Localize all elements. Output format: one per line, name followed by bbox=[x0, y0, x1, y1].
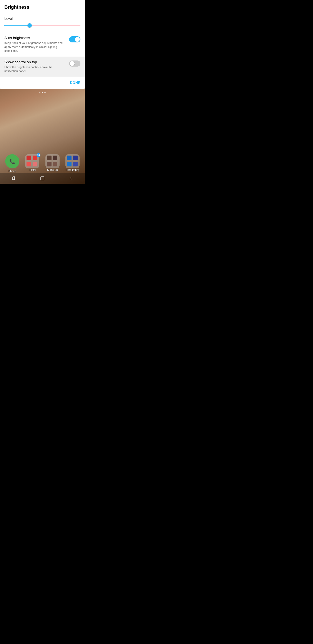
slider-track-left bbox=[4, 25, 29, 26]
show-control-row: Show control on top Show the brightness … bbox=[0, 56, 85, 76]
dock: 📞 Phone 24 Postal Surf's Up bbox=[0, 154, 85, 173]
surfsup-label: Surf's Up bbox=[47, 168, 58, 172]
postal-label: Postal bbox=[29, 168, 36, 172]
dock-pictography[interactable]: Pictography bbox=[64, 154, 81, 172]
brightness-panel: Brightness Level Auto brightness Keep tr… bbox=[0, 0, 85, 89]
dock-postal[interactable]: 24 Postal bbox=[24, 154, 41, 172]
show-control-toggle-thumb bbox=[70, 61, 74, 66]
pictography-folder-icon bbox=[65, 154, 79, 168]
auto-brightness-title: Auto brightness bbox=[4, 36, 66, 40]
back-button[interactable] bbox=[66, 174, 75, 183]
show-control-toggle[interactable] bbox=[69, 60, 80, 66]
pictography-label: Pictography bbox=[66, 168, 79, 172]
slider-thumb[interactable] bbox=[27, 23, 32, 28]
show-control-text: Show control on top Show the brightness … bbox=[4, 60, 66, 73]
brightness-title: Brightness bbox=[4, 4, 80, 10]
svg-rect-10 bbox=[41, 177, 44, 180]
done-row: DONE bbox=[4, 76, 80, 89]
auto-brightness-desc: Keep track of your brightness adjustment… bbox=[4, 41, 66, 53]
home-button[interactable] bbox=[38, 174, 47, 183]
dock-phone[interactable]: 📞 Phone bbox=[3, 154, 21, 173]
slider-track-right bbox=[29, 25, 81, 26]
svg-text:📞: 📞 bbox=[9, 158, 15, 164]
surfsup-folder-icon bbox=[45, 154, 59, 168]
show-control-desc: Show the brightness control above the no… bbox=[4, 65, 66, 73]
auto-brightness-toggle[interactable] bbox=[69, 36, 80, 42]
phone-icon: 📞 bbox=[5, 154, 19, 168]
brightness-slider[interactable] bbox=[4, 23, 80, 28]
level-label: Level bbox=[4, 17, 80, 21]
postal-badge: 24 bbox=[36, 153, 40, 157]
auto-brightness-text: Auto brightness Keep track of your brigh… bbox=[4, 36, 66, 53]
postal-folder-icon: 24 bbox=[25, 154, 39, 168]
auto-brightness-row: Auto brightness Keep track of your brigh… bbox=[4, 32, 80, 56]
show-control-title: Show control on top bbox=[4, 60, 66, 64]
page-dot-1 bbox=[39, 92, 40, 93]
auto-brightness-toggle-thumb bbox=[75, 37, 80, 42]
done-button[interactable]: DONE bbox=[70, 81, 80, 85]
slider-track bbox=[4, 25, 80, 26]
phone-label: Phone bbox=[8, 170, 16, 173]
page-dot-3 bbox=[44, 92, 46, 93]
dock-surfsup[interactable]: Surf's Up bbox=[44, 154, 61, 172]
page-dot-2 bbox=[42, 92, 43, 93]
divider-1 bbox=[0, 12, 85, 13]
page-indicator bbox=[0, 92, 85, 93]
navbar bbox=[0, 173, 85, 184]
recents-button[interactable] bbox=[10, 174, 18, 183]
